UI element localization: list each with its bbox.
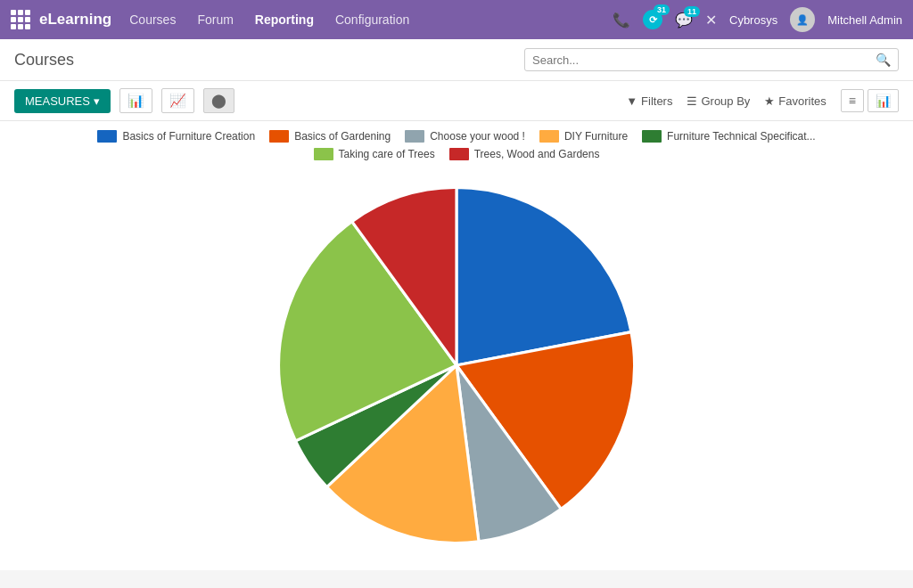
pie-chart-svg [269,178,644,552]
search-bar[interactable]: 🔍 [524,48,899,71]
pie-chart [269,178,644,552]
legend-label: Choose your wood ! [430,130,525,143]
groupby-button[interactable]: ☰ Group By [687,94,750,108]
app-brand[interactable]: eLearning [11,10,111,29]
toolbar-right: ▼ Filters ☰ Group By ★ Favorites ≡ 📊 [626,89,899,112]
line-chart-icon: 📈 [169,93,186,108]
legend-item: Furniture Technical Specificat... [642,130,816,143]
phone-icon[interactable]: 📞 [613,12,630,29]
filters-label: Filters [641,94,672,108]
activity-badge: 31 [654,4,670,15]
legend-item: Basics of Gardening [269,130,391,143]
legend-label: Furniture Technical Specificat... [667,130,816,143]
subheader: Courses 🔍 [0,39,913,81]
nav-right: 📞 ⟳ 31 💬 11 ✕ Cybrosys 👤 Mitchell Admin [613,7,902,32]
legend-item: Basics of Furniture Creation [97,130,255,143]
nav-courses[interactable]: Courses [129,12,176,27]
chart-legend: Basics of Furniture CreationBasics of Ga… [0,121,913,169]
apps-icon[interactable] [11,10,30,29]
user-avatar[interactable]: 👤 [790,7,815,32]
favorites-button[interactable]: ★ Favorites [764,94,826,108]
legend-item: Taking care of Trees [314,148,435,160]
list-view-button[interactable]: ≡ [841,89,864,112]
nav-forum[interactable]: Forum [197,12,233,27]
legend-swatch [314,148,333,160]
legend-label: Trees, Wood and Gardens [474,148,600,160]
measures-button[interactable]: MEASURES ▾ [14,89,111,113]
legend-label: Basics of Furniture Creation [122,130,255,143]
view-icons: ≡ 📊 [841,89,899,112]
groupby-label: Group By [701,94,750,108]
bar-chart-button[interactable]: 📊 [119,88,152,113]
navbar: eLearning Courses Forum Reporting Config… [0,0,913,39]
legend-item: DIY Furniture [539,130,628,143]
legend-label: DIY Furniture [564,130,628,143]
activity-icon[interactable]: ⟳ 31 [643,10,662,29]
pie-chart-button[interactable]: ⬤ [203,88,234,113]
filters-button[interactable]: ▼ Filters [626,94,672,108]
chart-area [0,169,913,570]
line-chart-button[interactable]: 📈 [161,88,194,113]
legend-swatch [449,148,469,160]
settings-icon[interactable]: ✕ [705,12,717,29]
bar-chart-icon: 📊 [127,93,144,108]
groupby-icon: ☰ [687,94,697,108]
toolbar: MEASURES ▾ 📊 📈 ⬤ ▼ Filters ☰ Group By ★ … [0,81,913,121]
company-name: Cybrosys [729,13,777,27]
legend-swatch [269,130,289,143]
search-input[interactable] [532,53,876,67]
page-title: Courses [14,51,74,69]
legend-item: Choose your wood ! [405,130,525,143]
legend-label: Basics of Gardening [294,130,391,143]
user-name: Mitchell Admin [827,13,902,27]
messages-icon[interactable]: 💬 11 [675,12,693,29]
star-icon: ★ [764,94,775,108]
legend-item: Trees, Wood and Gardens [449,148,600,160]
chart-view-button[interactable]: 📊 [868,89,899,112]
nav-reporting[interactable]: Reporting [255,12,314,27]
legend-swatch [539,130,559,143]
favorites-label: Favorites [778,94,826,108]
brand-name: eLearning [39,11,111,29]
legend-swatch [642,130,662,143]
search-icon: 🔍 [876,53,891,67]
nav-links: Courses Forum Reporting Configuration [129,12,595,27]
measures-label: MEASURES [25,94,90,108]
nav-configuration[interactable]: Configuration [335,12,409,27]
messages-badge: 11 [684,6,700,17]
pie-chart-icon: ⬤ [211,93,226,108]
filter-icon: ▼ [626,94,637,108]
legend-swatch [405,130,424,143]
legend-swatch [97,130,117,143]
measures-dropdown-icon: ▾ [94,94,100,108]
legend-label: Taking care of Trees [339,148,435,160]
